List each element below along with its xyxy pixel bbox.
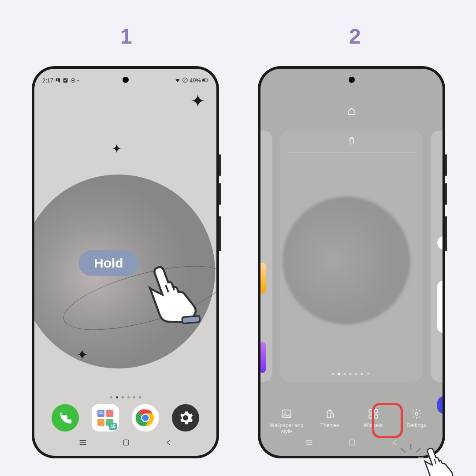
svg-rect-14 xyxy=(99,412,104,413)
sparkle-icon: ✦ xyxy=(190,91,205,111)
svg-point-30 xyxy=(415,413,418,416)
apps-count-badge: 15 xyxy=(109,423,117,430)
back-button[interactable] xyxy=(164,438,173,449)
battery-percent: 49% xyxy=(190,77,201,84)
gear-icon xyxy=(411,408,422,420)
page-dot xyxy=(350,373,352,375)
checkbox-icon xyxy=(62,77,68,83)
svg-rect-23 xyxy=(182,316,200,324)
phone-frame-step-2: + Wallpaper and style Themes Widge xyxy=(258,66,445,458)
page-dot xyxy=(122,396,124,398)
recents-button[interactable] xyxy=(304,438,314,450)
camera-hole xyxy=(123,77,129,83)
option-label: Themes xyxy=(320,422,339,428)
svg-rect-12 xyxy=(97,419,104,426)
page-dot-active xyxy=(116,396,118,398)
power-button xyxy=(219,216,221,251)
home-indicator-icon[interactable] xyxy=(347,106,357,116)
wallpaper-style-button[interactable]: Wallpaper and style xyxy=(267,408,306,435)
home-button[interactable] xyxy=(348,438,357,449)
page-preview-prev[interactable] xyxy=(260,130,272,382)
recents-button[interactable] xyxy=(78,438,88,450)
svg-rect-11 xyxy=(106,410,113,417)
svg-point-25 xyxy=(284,412,286,413)
page-dot xyxy=(133,396,135,398)
volume-down-button xyxy=(445,183,447,205)
option-label: Wallpaper and style xyxy=(267,422,306,435)
preview-divider xyxy=(287,152,416,153)
sparkle-icon: ✦ xyxy=(112,141,122,156)
image-icon xyxy=(55,77,61,83)
widget-peek xyxy=(437,236,443,249)
widget-peek xyxy=(437,280,443,333)
home-button[interactable] xyxy=(122,438,130,449)
svg-point-4 xyxy=(72,79,74,81)
svg-point-1 xyxy=(57,79,58,80)
apps-grid-icon[interactable]: 15 xyxy=(92,404,119,431)
volume-up-button xyxy=(219,154,221,176)
target-icon xyxy=(70,77,76,83)
page-dot xyxy=(361,373,363,375)
add-page-icon[interactable]: + xyxy=(367,371,370,376)
svg-point-18 xyxy=(142,415,149,421)
volume-up-button xyxy=(445,154,447,176)
svg-line-6 xyxy=(183,79,186,82)
page-indicator xyxy=(110,396,141,398)
svg-line-38 xyxy=(401,448,405,452)
more-indicator: • xyxy=(77,78,79,83)
page-dot xyxy=(139,396,141,398)
svg-rect-8 xyxy=(203,79,205,81)
settings-app-icon[interactable] xyxy=(172,404,199,431)
highlight-box xyxy=(372,403,403,438)
cursor-tap-icon xyxy=(411,441,460,476)
sparkle-icon: ✦ xyxy=(76,346,88,363)
no-signal-icon xyxy=(182,77,188,83)
widget-peek xyxy=(260,342,266,373)
camera-hole xyxy=(349,77,355,83)
status-time: 2:17 xyxy=(42,77,53,84)
step-number-two: 2 xyxy=(349,24,361,48)
page-preview-current[interactable] xyxy=(280,130,423,382)
svg-rect-24 xyxy=(282,410,291,417)
step-number-one: 1 xyxy=(120,24,132,48)
navigation-bar xyxy=(34,435,216,452)
delete-page-icon[interactable] xyxy=(347,136,356,145)
page-preview-next[interactable] xyxy=(431,130,443,382)
power-button xyxy=(445,216,447,251)
page-dot xyxy=(344,373,346,375)
page-dot xyxy=(110,396,112,398)
phone-app-icon[interactable] xyxy=(52,404,79,431)
page-dot xyxy=(127,396,130,398)
home-editor-screen[interactable]: + Wallpaper and style Themes Widge xyxy=(260,69,443,456)
wallpaper-icon xyxy=(281,408,292,420)
svg-rect-9 xyxy=(208,79,208,81)
cursor-pointer-icon xyxy=(128,255,207,334)
option-label: Settings xyxy=(407,422,426,428)
widget-peek xyxy=(260,263,266,294)
themes-button[interactable]: Themes xyxy=(310,408,350,435)
wallpaper-preview-sphere xyxy=(283,197,410,324)
page-indicator: + xyxy=(332,371,370,376)
svg-rect-15 xyxy=(99,413,104,414)
battery-icon xyxy=(202,77,208,83)
dock-bar: 15 xyxy=(34,404,216,431)
themes-icon xyxy=(324,408,335,420)
chrome-app-icon[interactable] xyxy=(132,404,159,431)
page-dot-active xyxy=(338,373,340,375)
home-editor-options: Wallpaper and style Themes Widgets Setti… xyxy=(260,408,443,435)
svg-rect-22 xyxy=(123,440,129,445)
wifi-icon xyxy=(175,77,181,83)
page-dot xyxy=(355,373,357,375)
svg-rect-34 xyxy=(350,440,355,445)
volume-down-button xyxy=(219,183,221,205)
page-dot xyxy=(332,373,335,375)
